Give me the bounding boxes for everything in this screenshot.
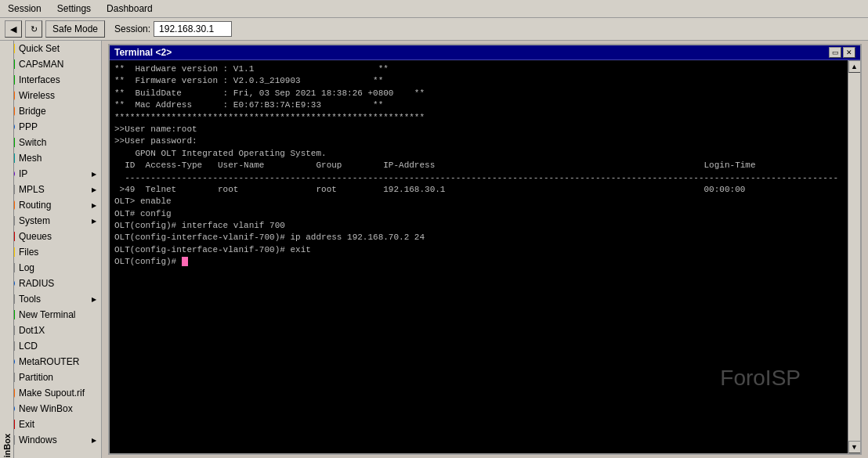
sidebar-label-log: Log bbox=[19, 262, 34, 273]
safe-mode-button[interactable]: Safe Mode bbox=[45, 20, 105, 38]
terminal-cursor bbox=[182, 257, 188, 266]
main-layout: Quick SetCAPsMANInterfacesWirelessBridge… bbox=[0, 41, 868, 458]
sidebar-item-capsman[interactable]: CAPsMAN bbox=[0, 56, 101, 72]
terminal-line-11: ID Access-Type User-Name Group IP-Addres… bbox=[114, 160, 843, 171]
menu-settings[interactable]: Settings bbox=[52, 2, 96, 16]
sidebar-label-mpls: MPLS bbox=[19, 184, 45, 195]
content-area: Terminal <2> ▭ ✕ ** Hardware version : V… bbox=[102, 41, 868, 458]
scroll-up-button[interactable]: ▲ bbox=[848, 60, 861, 73]
watermark: ForoISP bbox=[720, 366, 801, 391]
sidebar-item-interfaces[interactable]: Interfaces bbox=[0, 72, 101, 88]
terminal-line-13: >49 Telnet root root 192.168.30.1 00:00:… bbox=[114, 184, 843, 196]
sidebar-item-files[interactable]: Files bbox=[0, 244, 101, 260]
terminal-line-2: ** BuildDate : Fri, 03 Sep 2021 18:38:26… bbox=[114, 88, 843, 99]
sidebar-item-bridge[interactable]: Bridge bbox=[0, 103, 101, 119]
terminal-line-23: OLT(config-interface-vlanif-700)# exit bbox=[114, 244, 843, 256]
sidebar-label-bridge: Bridge bbox=[19, 106, 46, 117]
sidebar-label-new-winbox: New WinBox bbox=[19, 403, 73, 414]
sidebar-label-lcd: LCD bbox=[19, 341, 38, 352]
sidebar-item-switch[interactable]: Switch bbox=[0, 135, 101, 150]
sidebar-label-partition: Partition bbox=[19, 372, 53, 383]
sidebar-item-routing[interactable]: Routing bbox=[0, 197, 101, 213]
sidebar-label-queues: Queues bbox=[19, 231, 52, 242]
sidebar-item-system[interactable]: System bbox=[0, 213, 101, 229]
winbox-label: inBox bbox=[2, 431, 12, 458]
toolbar-btn-refresh[interactable]: ↻ bbox=[25, 20, 42, 38]
terminal-close-button[interactable]: ✕ bbox=[843, 47, 855, 58]
sidebar-label-ip: IP bbox=[19, 168, 27, 179]
sidebar-item-log[interactable]: Log bbox=[0, 260, 101, 276]
sidebar-label-system: System bbox=[19, 215, 50, 226]
terminal-window: Terminal <2> ▭ ✕ ** Hardware version : V… bbox=[108, 44, 862, 455]
sidebar-label-files: Files bbox=[19, 247, 38, 258]
terminal-line-6: >>User name:root bbox=[114, 124, 843, 135]
sidebar-item-new-winbox[interactable]: New WinBox bbox=[0, 401, 101, 417]
menu-session[interactable]: Session bbox=[3, 2, 46, 16]
sidebar-label-new-terminal: New Terminal bbox=[19, 309, 75, 320]
sidebar-label-radius: RADIUS bbox=[19, 278, 54, 289]
sidebar-label-mesh: Mesh bbox=[19, 153, 42, 164]
sidebar-item-mesh[interactable]: Mesh bbox=[0, 150, 101, 166]
scroll-track bbox=[848, 73, 860, 441]
toolbar-btn-left[interactable]: ◀ bbox=[5, 20, 22, 38]
terminal-scrollbar[interactable]: ▲ ▼ bbox=[848, 60, 860, 453]
terminal-title: Terminal <2> bbox=[114, 47, 172, 58]
sidebar-item-new-terminal[interactable]: New Terminal bbox=[0, 307, 101, 323]
sidebar-item-lcd[interactable]: LCD bbox=[0, 338, 101, 354]
sidebar-label-interfaces: Interfaces bbox=[19, 74, 60, 85]
sidebar-item-partition[interactable]: Partition bbox=[0, 370, 101, 385]
terminal-line-3: ** Mac Address : E0:67:B3:7A:E9:33 ** bbox=[114, 99, 843, 111]
sidebar-item-exit[interactable]: Exit bbox=[0, 417, 101, 432]
sidebar-label-make-supout: Make Supout.rif bbox=[19, 388, 85, 398]
sidebar-label-wireless: Wireless bbox=[19, 90, 55, 101]
sidebar-label-quick-set: Quick Set bbox=[19, 43, 60, 54]
sidebar-label-metarouter: MetaROUTER bbox=[19, 356, 79, 367]
terminal-line-4: ****************************************… bbox=[114, 112, 843, 124]
terminal-line-15: OLT> enable bbox=[114, 196, 843, 207]
sidebar-item-radius[interactable]: RADIUS bbox=[0, 276, 101, 291]
terminal-line-17: OLT# config bbox=[114, 208, 843, 220]
menu-dashboard[interactable]: Dashboard bbox=[102, 2, 157, 16]
sidebar-label-dot1x: Dot1X bbox=[19, 325, 45, 336]
sidebar-label-capsman: CAPsMAN bbox=[19, 59, 63, 70]
terminal-line-12: ----------------------------------------… bbox=[114, 172, 843, 184]
terminal-titlebar: Terminal <2> ▭ ✕ bbox=[110, 45, 860, 60]
sidebar-item-ppp[interactable]: PPP bbox=[0, 119, 101, 135]
sidebar-item-windows[interactable]: Windows bbox=[0, 432, 101, 448]
sidebar-item-wireless[interactable]: Wireless bbox=[0, 88, 101, 103]
sidebar-label-switch: Switch bbox=[19, 137, 46, 148]
sidebar-item-metarouter[interactable]: MetaROUTER bbox=[0, 354, 101, 370]
sidebar-label-exit: Exit bbox=[19, 419, 34, 430]
terminal-line-19: OLT(config)# interface vlanif 700 bbox=[114, 220, 843, 232]
terminal-line-7: >>User password: bbox=[114, 135, 843, 147]
terminal-line-25: OLT(config)# bbox=[114, 256, 843, 268]
terminal-body[interactable]: ** Hardware version : V1.1 **** Firmware… bbox=[110, 60, 848, 453]
sidebar-label-windows: Windows bbox=[19, 435, 57, 445]
terminal-line-9: GPON OLT Integrated Operating System. bbox=[114, 148, 843, 160]
sidebar-label-routing: Routing bbox=[19, 200, 51, 211]
sidebar-item-dot1x[interactable]: Dot1X bbox=[0, 323, 101, 338]
session-label: Session: bbox=[114, 23, 150, 34]
scroll-down-button[interactable]: ▼ bbox=[848, 441, 861, 453]
sidebar-label-tools: Tools bbox=[19, 294, 41, 305]
sidebar-item-tools[interactable]: Tools bbox=[0, 291, 101, 307]
terminal-with-scroll: ** Hardware version : V1.1 **** Firmware… bbox=[110, 60, 860, 453]
sidebar-item-mpls[interactable]: MPLS bbox=[0, 182, 101, 197]
sidebar-item-ip[interactable]: IP bbox=[0, 166, 101, 182]
session-value: 192.168.30.1 bbox=[154, 21, 232, 37]
sidebar-item-make-supout[interactable]: Make Supout.rif bbox=[0, 385, 101, 401]
sidebar-item-quick-set[interactable]: Quick Set bbox=[0, 41, 101, 56]
terminal-line-0: ** Hardware version : V1.1 ** bbox=[114, 63, 843, 75]
sidebar-item-queues[interactable]: Queues bbox=[0, 229, 101, 244]
menu-bar: Session Settings Dashboard bbox=[0, 0, 868, 18]
terminal-line-1: ** Firmware version : V2.0.3_210903 ** bbox=[114, 75, 843, 87]
terminal-controls: ▭ ✕ bbox=[829, 47, 855, 58]
terminal-line-21: OLT(config-interface-vlanif-700)# ip add… bbox=[114, 232, 843, 243]
sidebar: Quick SetCAPsMANInterfacesWirelessBridge… bbox=[0, 41, 102, 458]
sidebar-label-ppp: PPP bbox=[19, 121, 38, 132]
toolbar: ◀ ↻ Safe Mode Session: 192.168.30.1 bbox=[0, 18, 868, 41]
terminal-restore-button[interactable]: ▭ bbox=[829, 47, 841, 58]
